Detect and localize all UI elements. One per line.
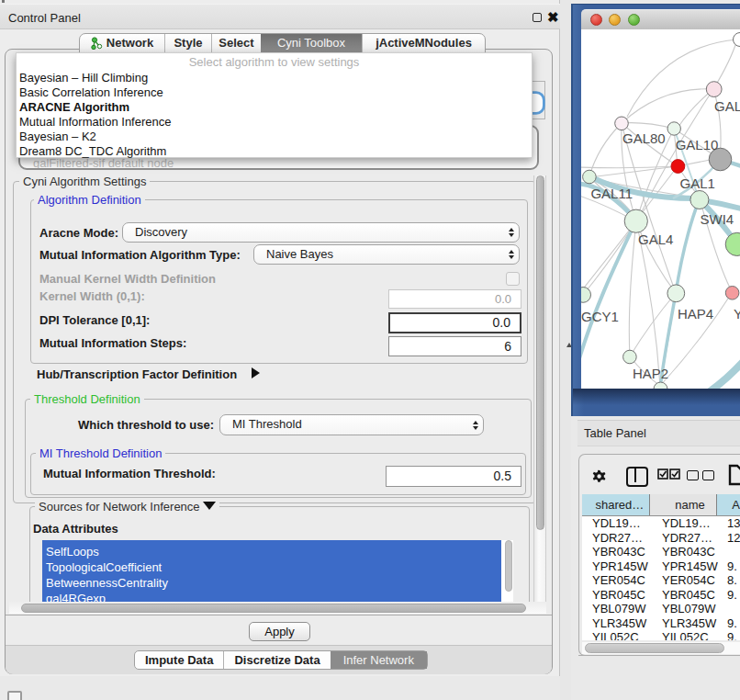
svg-text:GAL11: GAL11: [590, 186, 633, 201]
svg-text:GCY1: GCY1: [581, 309, 619, 324]
svg-text:HAP4: HAP4: [678, 306, 713, 322]
svg-text:YD: YD: [734, 306, 740, 322]
svg-text:GAL2: GAL2: [714, 98, 740, 114]
svg-text:GAL80: GAL80: [622, 130, 666, 146]
svg-text:SWI4: SWI4: [701, 211, 734, 227]
svg-text:GAL10: GAL10: [676, 137, 719, 152]
svg-text:GAL4: GAL4: [638, 231, 673, 247]
svg-text:GAL1: GAL1: [680, 175, 715, 191]
svg-text:HAP2: HAP2: [633, 366, 668, 381]
